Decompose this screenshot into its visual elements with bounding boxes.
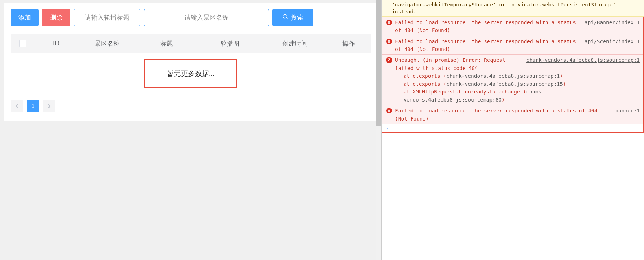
scenic-name-input[interactable]	[144, 9, 269, 26]
error-x-icon	[386, 108, 392, 114]
col-id: ID	[35, 40, 77, 47]
error-message: Failed to load resource: the server resp…	[395, 108, 597, 121]
svg-line-1	[286, 18, 288, 19]
error-message: Failed to load resource: the server resp…	[395, 39, 576, 52]
add-button[interactable]: 添加	[11, 9, 39, 26]
search-button-label: 搜索	[291, 13, 303, 22]
left-scrollbar[interactable]	[376, 0, 381, 260]
col-carousel-image: 轮播图	[197, 39, 263, 48]
pagination: 1	[11, 100, 371, 112]
devtools-console: 'navigator.webkitTemporaryStorage' or 'n…	[381, 0, 644, 260]
col-scenic-name: 景区名称	[77, 39, 137, 48]
error-message: Failed to load resource: the server resp…	[395, 20, 576, 33]
console-warning: 'navigator.webkitTemporaryStorage' or 'n…	[382, 0, 644, 17]
empty-state-text: 暂无更多数据...	[167, 69, 215, 78]
toolbar: 添加 删除 搜索	[11, 9, 371, 26]
col-title: 标题	[137, 39, 197, 48]
empty-state: 暂无更多数据...	[11, 53, 371, 98]
error-x-icon	[386, 19, 392, 26]
svg-point-0	[283, 14, 287, 18]
col-created-time: 创建时间	[263, 39, 327, 48]
col-operations: 操作	[327, 39, 371, 48]
console-prompt[interactable]: ›	[382, 124, 643, 132]
error-source-link[interactable]: banner:1	[615, 107, 640, 115]
error-source-link[interactable]: api/Banner/index:1	[585, 19, 640, 26]
delete-button[interactable]: 删除	[42, 9, 70, 26]
content-panel: 添加 删除 搜索 ID 景区名称 标题	[4, 3, 377, 121]
table-header-row: ID 景区名称 标题 轮播图 创建时间 操作	[11, 34, 371, 53]
select-all-checkbox[interactable]	[19, 40, 26, 47]
console-error-row: api/Scenic/index:1 Failed to load resour…	[382, 36, 643, 55]
error-source-link[interactable]: api/Scenic/index:1	[585, 38, 640, 45]
console-error-row: 2 chunk-vendors.4afecba8.js:sourcemap:1 …	[382, 54, 643, 105]
carousel-title-input[interactable]	[74, 9, 140, 26]
app-main-pane: 添加 删除 搜索 ID 景区名称 标题	[0, 0, 381, 260]
empty-state-box: 暂无更多数据...	[144, 59, 237, 88]
stack-source-link[interactable]: chunk-vendors.4afecba8.js:sourcemap:1	[446, 73, 560, 79]
data-table: ID 景区名称 标题 轮播图 创建时间 操作 暂无更多数据...	[11, 34, 371, 98]
stack-source-link[interactable]: chunk-vendors.4afecba8.js:sourcemap:15	[446, 81, 563, 87]
error-source-link[interactable]: chunk-vendors.4afecba8.js:sourcemap:1	[526, 56, 640, 64]
search-icon	[282, 14, 289, 22]
error-x-icon	[386, 38, 392, 45]
error-stack: at e.exports (chunk-vendors.4afecba8.js:…	[395, 72, 640, 104]
error-count-badge: 2	[386, 57, 392, 63]
prev-page-button[interactable]	[11, 100, 23, 112]
page-1-button[interactable]: 1	[27, 100, 39, 112]
left-scrollbar-thumb[interactable]	[376, 0, 381, 126]
next-page-button[interactable]	[43, 100, 55, 112]
search-button[interactable]: 搜索	[272, 9, 313, 26]
error-message: Uncaught (in promise) Error: Request fai…	[395, 57, 505, 71]
console-error-row: api/Banner/index:1 Failed to load resour…	[382, 17, 643, 36]
console-error-group: api/Banner/index:1 Failed to load resour…	[382, 17, 644, 134]
console-error-row: banner:1 Failed to load resource: the se…	[382, 105, 643, 124]
